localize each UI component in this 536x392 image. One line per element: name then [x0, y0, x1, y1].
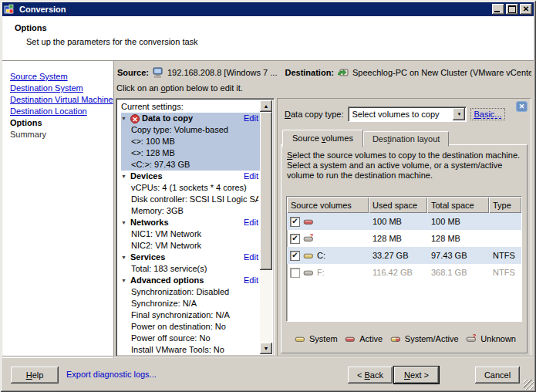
cell-total-space: 128 MB: [427, 230, 489, 247]
tree-item[interactable]: <C:>: 97.43 GB: [121, 159, 258, 171]
tree-item[interactable]: Synchronization: Disabled: [121, 286, 258, 298]
volume-checkbox[interactable]: [290, 268, 300, 278]
close-icon[interactable]: ✕: [520, 4, 532, 15]
active-volume-icon: [344, 334, 356, 343]
scroll-thumb[interactable]: [260, 112, 272, 270]
collapse-arrow-icon[interactable]: ▼: [121, 113, 128, 124]
cell-source-volume: F:: [287, 264, 369, 281]
collapse-arrow-icon[interactable]: ▼: [121, 275, 128, 286]
tree-item[interactable]: Install VMware Tools: No: [121, 344, 258, 354]
source-computer-icon: [152, 67, 164, 78]
tree-item[interactable]: Final synchronization: N/A: [121, 309, 258, 321]
data-copy-type-label: Data copy type:: [285, 110, 343, 119]
tree-group-header[interactable]: ▼DevicesEdit: [121, 171, 258, 182]
tab-destination-layout[interactable]: Destination layout: [363, 131, 449, 147]
volume-checkbox[interactable]: ✔: [290, 234, 300, 244]
legend-label: System/Active: [405, 334, 459, 343]
volume-row[interactable]: ✔?128 MB128 MB: [287, 230, 521, 247]
source-value: 192.168.208.8 [Windows 7 ...: [167, 68, 277, 77]
export-logs-link[interactable]: Export diagnostic logs...: [66, 370, 157, 379]
column-header-used-space[interactable]: Used space: [369, 197, 427, 213]
sidebar-item-source-system[interactable]: Source System: [10, 71, 113, 83]
sidebar-item-destination-system[interactable]: Destination System: [10, 83, 113, 94]
collapse-arrow-icon[interactable]: ▼: [121, 171, 128, 182]
instruction-text: Click on an option below to edit it.: [116, 83, 243, 93]
tree-item[interactable]: <>: 100 MB: [121, 136, 258, 147]
maximize-icon[interactable]: [506, 4, 518, 15]
window-title: Conversion: [19, 5, 489, 14]
edit-link-data-to-copy[interactable]: Edit: [244, 113, 258, 124]
legend-item-active: Active: [344, 334, 383, 343]
tree-item[interactable]: Disk controller: SCSI LSI Logic SAS: [121, 194, 258, 205]
cell-source-volume: ✔C:: [287, 247, 369, 264]
cancel-button[interactable]: Cancel: [475, 367, 520, 384]
column-header-source-volumes[interactable]: Source volumes: [287, 197, 369, 213]
collapse-arrow-icon[interactable]: ▼: [121, 217, 128, 228]
sidebar-item-destination-virtual-machine[interactable]: Destination Virtual Machine: [10, 94, 113, 106]
cell-type: [489, 213, 521, 230]
group-label: Advanced options: [130, 275, 241, 286]
settings-scrollbar[interactable]: ▲ ▼: [260, 100, 272, 354]
source-destination-bar: Source: 192.168.208.8 [Windows 7 ... Des…: [117, 66, 531, 78]
sidebar-item-options: Options: [10, 117, 113, 129]
tree-group-header[interactable]: ▼ServicesEdit: [121, 252, 258, 263]
volume-checkbox[interactable]: ✔: [290, 251, 300, 261]
minimize-icon[interactable]: [492, 4, 504, 15]
unknown-volume-icon: ?: [302, 234, 315, 243]
cell-source-volume: ✔: [287, 213, 369, 230]
tab-strip: Source volumesDestination layout: [282, 130, 449, 146]
tree-item[interactable]: NIC2: VM Network: [121, 240, 258, 252]
edit-link-advanced-options[interactable]: Edit: [244, 275, 258, 286]
resize-grip[interactable]: [524, 380, 534, 390]
titlebar[interactable]: Conversion ✕: [2, 2, 534, 16]
next-button[interactable]: Next >: [394, 367, 439, 384]
tree-item[interactable]: Copy type: Volume-based: [121, 124, 258, 136]
collapse-arrow-icon[interactable]: ▼: [121, 252, 128, 263]
scroll-down-icon[interactable]: ▼: [260, 343, 272, 354]
edit-link-services[interactable]: Edit: [244, 252, 258, 263]
volume-checkbox[interactable]: ✔: [290, 217, 300, 227]
tree-item[interactable]: <>: 128 MB: [121, 147, 258, 159]
tab-source-volumes[interactable]: Source volumes: [282, 130, 363, 147]
volume-row-c[interactable]: ✔C:33.27 GB97.43 GBNTFS: [287, 247, 521, 264]
legend-item-unknown: ?Unknown: [465, 334, 516, 343]
basic-button[interactable]: Basic...: [471, 109, 504, 120]
tree-item[interactable]: Memory: 3GB: [121, 205, 258, 217]
tab-description: Select the source volumes to copy to the…: [287, 150, 521, 181]
edit-link-networks[interactable]: Edit: [244, 217, 258, 228]
page-subtitle: Set up the parameters for the conversion…: [26, 37, 198, 46]
volume-row[interactable]: ✔100 MB100 MB: [287, 213, 521, 230]
cell-used-space: 128 MB: [369, 230, 427, 247]
chevron-down-icon[interactable]: ▼: [453, 108, 465, 120]
tree-group-header[interactable]: ▼Advanced optionsEdit: [121, 275, 258, 286]
scroll-up-icon[interactable]: ▲: [260, 100, 272, 112]
edit-link-devices[interactable]: Edit: [244, 171, 258, 182]
tree-item[interactable]: NIC1: VM Network: [121, 228, 258, 240]
tree-group-header[interactable]: ▼NetworksEdit: [121, 217, 258, 228]
gray-volume-icon: [302, 268, 315, 277]
volume-label: C:: [317, 251, 325, 260]
help-button[interactable]: Help: [11, 367, 59, 384]
column-header-total-space[interactable]: Total space: [427, 197, 489, 213]
volume-row-f[interactable]: F:116.42 GB368.1 GBNTFS: [287, 264, 521, 281]
page-title: Options: [15, 23, 47, 32]
sidebar-item-summary: Summary: [10, 129, 113, 140]
cell-used-space: 100 MB: [369, 213, 427, 230]
tree-item[interactable]: vCPUs: 4 (1 sockets * 4 cores): [121, 182, 258, 194]
data-copy-type-select[interactable]: Select volumes to copy ▼: [348, 106, 467, 122]
tree-item[interactable]: Power off source: No: [121, 333, 258, 344]
column-header-type[interactable]: Type: [489, 197, 521, 213]
error-icon: ✕: [130, 114, 140, 123]
sidebar-item-destination-location[interactable]: Destination Location: [10, 106, 113, 117]
panel-close-icon[interactable]: ✕: [516, 101, 528, 112]
tree-item[interactable]: Total: 183 service(s): [121, 263, 258, 275]
tree-group-header[interactable]: ▼✕Data to copyEdit: [121, 113, 258, 124]
source-volumes-table: Source volumesUsed spaceTotal spaceType✔…: [286, 196, 522, 322]
cell-total-space: 97.43 GB: [427, 247, 489, 264]
tree-item[interactable]: Power on destination: No: [121, 321, 258, 333]
back-button[interactable]: < Back: [348, 367, 393, 384]
data-copy-type-value: Select volumes to copy: [349, 110, 453, 119]
svg-text:?: ?: [473, 334, 477, 340]
app-icon: [4, 4, 16, 15]
tree-item[interactable]: Synchronize: N/A: [121, 298, 258, 309]
